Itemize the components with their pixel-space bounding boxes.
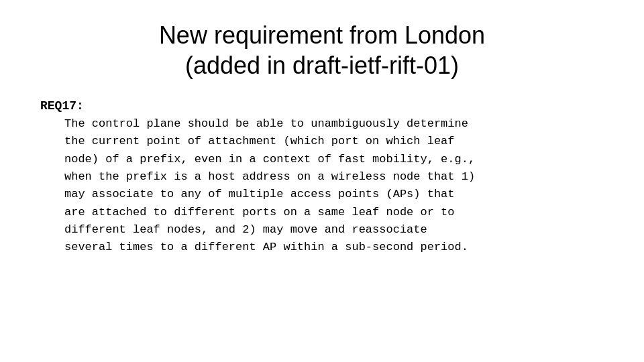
title-line1: New requirement from London [159, 21, 485, 49]
req-body-line: The control plane should be able to unam… [64, 115, 610, 133]
req-body: The control plane should be able to unam… [40, 115, 610, 257]
req-body-line: when the prefix is a host address on a w… [64, 168, 610, 186]
req-body-line: may associate to any of multiple access … [64, 186, 610, 203]
title-line2: (added in draft-ietf-rift-01) [185, 52, 459, 79]
req-body-line: several times to a different AP within a… [64, 239, 610, 256]
req-body-line: different leaf nodes, and 2) may move an… [64, 221, 610, 239]
req-label: REQ17: [40, 99, 610, 113]
slide-title: New requirement from London (added in dr… [34, 20, 610, 80]
slide: New requirement from London (added in dr… [0, 0, 644, 362]
title-area: New requirement from London (added in dr… [34, 20, 610, 80]
req-body-line: node) of a prefix, even in a context of … [64, 151, 610, 168]
req-body-line: are attached to different ports on a sam… [64, 204, 610, 221]
req-body-line: the current point of attachment (which p… [64, 133, 610, 150]
content-area: REQ17: The control plane should be able … [34, 99, 610, 257]
